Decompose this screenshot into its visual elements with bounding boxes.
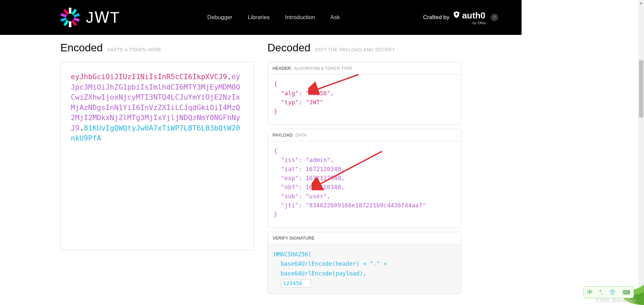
watermark: CSDN @Msaerati xyxy=(596,298,636,298)
payload-label: PAYLOAD: xyxy=(273,133,294,138)
crafted-by-label: Crafted by xyxy=(423,14,449,21)
crafted-by: Crafted by auth0 by Okta ? xyxy=(423,10,498,25)
auth0-brand[interactable]: auth0 by Okta xyxy=(453,10,485,25)
token-header-segment: eyJhbGciOiJIUzI1NiIsInR5cCI6IkpXVCJ9 xyxy=(71,72,227,81)
decoded-header-section: HEADER: ALGORITHM & TOKEN TYPE { "alg": … xyxy=(268,62,462,125)
jwt-logo-text: J𝖶T xyxy=(86,8,120,27)
nav-debugger[interactable]: Debugger xyxy=(207,14,232,21)
payload-json[interactable]: { "iss": "admin", "iat": 1672120348, "ex… xyxy=(268,141,461,227)
payload-sublabel: DATA xyxy=(296,133,307,138)
svg-rect-1 xyxy=(69,21,71,27)
sig-fn-line: HMACSHA256( xyxy=(274,250,455,259)
nav-introduction[interactable]: Introduction xyxy=(285,14,315,21)
svg-rect-7 xyxy=(60,13,67,17)
signature-body: HMACSHA256( base64UrlEncode(header) + ".… xyxy=(268,244,461,294)
payload-section-label: PAYLOAD: DATA xyxy=(268,129,461,141)
encoded-panel[interactable]: eyJhbGciOiJIUzI1NiIsInR5cCI6IkpXVCJ9.eyJ… xyxy=(60,62,254,250)
signature-section-label: VERIFY SIGNATURE xyxy=(268,232,461,244)
jwt-logo-icon xyxy=(60,7,80,28)
scrollbar-thumb[interactable] xyxy=(639,60,643,117)
nav-libraries[interactable]: Libraries xyxy=(248,14,270,21)
scroll-up-arrow[interactable]: ▲ xyxy=(638,0,644,6)
svg-line-10 xyxy=(316,74,359,90)
svg-rect-2 xyxy=(71,9,77,15)
auth0-shield-icon xyxy=(453,10,460,21)
ime-zh: 中 xyxy=(587,289,593,296)
encoded-column: Encoded PASTE A TOKEN HERE eyJhbGciOiJIU… xyxy=(60,42,254,298)
help-icon[interactable]: ? xyxy=(491,14,498,21)
ime-shirt-icon: 👕 xyxy=(609,289,616,296)
sig-line-1: base64UrlEncode(header) + "." + xyxy=(274,259,455,269)
token-signature-segment: 81KUvIgQWQtyJw0A7xTiWP7LBT6LB3bQtW20nkU9… xyxy=(71,124,240,143)
svg-rect-9 xyxy=(63,9,69,15)
secret-input[interactable] xyxy=(281,279,311,288)
header-json[interactable]: { "alg": "HS256", "typ": "JWT" } xyxy=(268,74,461,124)
encoded-subtitle: PASTE A TOKEN HERE xyxy=(108,47,161,52)
top-navbar: J𝖶T Debugger Libraries Introduction Ask … xyxy=(0,0,522,35)
decoded-title: Decoded xyxy=(268,42,311,54)
nav-links: Debugger Libraries Introduction Ask xyxy=(207,14,340,21)
by-okta: by Okta xyxy=(473,21,485,25)
ime-kbd-icon: ⌨ xyxy=(623,289,630,296)
svg-rect-0 xyxy=(69,8,71,13)
ime-dot-icon: °‚ xyxy=(599,289,603,295)
header-section-label: HEADER: ALGORITHM & TOKEN TYPE xyxy=(268,62,461,74)
vertical-scrollbar[interactable]: ▲ ▼ xyxy=(638,0,644,298)
encoded-title: Encoded xyxy=(60,42,103,54)
header-sublabel: ALGORITHM & TOKEN TYPE xyxy=(294,66,353,71)
auth0-text: auth0 xyxy=(462,10,485,21)
decoded-subtitle: EDIT THE PAYLOAD AND SECRET xyxy=(315,47,395,52)
header-label: HEADER: xyxy=(273,66,292,71)
decoded-payload-section: PAYLOAD: DATA { "iss": "admin", "iat": 1… xyxy=(268,129,462,228)
svg-rect-4 xyxy=(73,13,80,17)
decoded-signature-section: VERIFY SIGNATURE HMACSHA256( base64UrlEn… xyxy=(268,232,462,294)
decoded-column: Decoded EDIT THE PAYLOAD AND SECRET HEAD… xyxy=(268,42,462,298)
svg-rect-5 xyxy=(60,17,67,22)
jwt-token-text[interactable]: eyJhbGciOiJIUzI1NiIsInR5cCI6IkpXVCJ9.eyJ… xyxy=(71,72,244,144)
ime-badge[interactable]: 中 °‚ 👕 ⌨ xyxy=(584,286,634,298)
svg-rect-6 xyxy=(73,17,80,22)
main-content: Encoded PASTE A TOKEN HERE eyJhbGciOiJIU… xyxy=(0,35,522,298)
svg-rect-3 xyxy=(63,20,69,26)
svg-rect-8 xyxy=(71,20,77,26)
signature-label: VERIFY SIGNATURE xyxy=(273,236,315,241)
sig-line-2: base64UrlEncode(payload), xyxy=(274,269,455,278)
token-payload-segment: eyJpc3MiOiJhZG1pbiIsImlhdCI6MTY3MjEyMDM0… xyxy=(71,72,240,132)
logo[interactable]: J𝖶T xyxy=(60,7,120,28)
nav-ask[interactable]: Ask xyxy=(330,14,340,21)
